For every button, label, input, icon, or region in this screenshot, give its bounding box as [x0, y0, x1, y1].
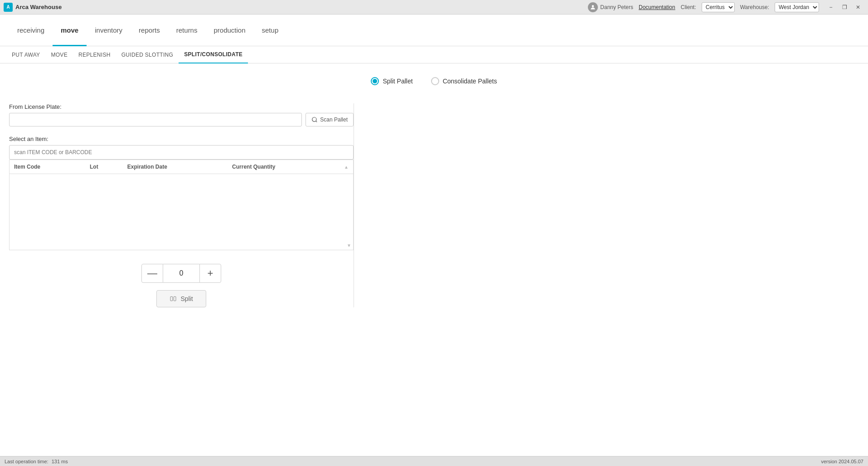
client-select[interactable]: Cerritus — [702, 2, 735, 12]
app-name: Arca Warehouse — [15, 4, 62, 10]
scan-pallet-button[interactable]: Scan Pallet — [305, 113, 354, 126]
split-icon — [170, 295, 177, 302]
sub-nav: PUT AWAY MOVE REPLENISH GUIDED SLOTTING … — [0, 46, 868, 63]
col-scroll-spacer: ▲ — [339, 160, 353, 174]
main-nav: receiving move inventory reports returns… — [0, 15, 868, 46]
increment-button[interactable]: + — [199, 264, 221, 283]
restore-button[interactable]: ❐ — [838, 2, 851, 12]
statusbar: Last operation time: 131 ms version 2024… — [0, 456, 868, 466]
col-current-qty: Current Quantity — [228, 160, 339, 174]
nav-item-receiving[interactable]: receiving — [9, 15, 53, 46]
titlebar-right: Danny Peters Documentation Client: Cerri… — [588, 2, 864, 12]
split-pallet-radio[interactable] — [371, 77, 379, 85]
col-item-code: Item Code — [10, 160, 85, 174]
from-lp-input[interactable] — [9, 113, 302, 126]
subnav-move[interactable]: MOVE — [45, 46, 73, 63]
last-op-label: Last operation time: — [5, 459, 48, 464]
documentation-link[interactable]: Documentation — [639, 4, 675, 10]
quantity-controls: — + — [9, 264, 354, 283]
user-name: Danny Peters — [600, 4, 633, 10]
app-logo-icon: A — [4, 3, 13, 12]
right-panel — [354, 103, 859, 307]
titlebar: A Arca Warehouse Danny Peters Documentat… — [0, 0, 868, 15]
subnav-split-consolidate[interactable]: SPLIT/CONSOLIDATE — [179, 46, 248, 63]
nav-item-setup[interactable]: setup — [254, 15, 287, 46]
item-table: Item Code Lot Expiration Date Current Qu… — [10, 160, 353, 174]
quantity-input[interactable] — [163, 264, 199, 283]
close-button[interactable]: ✕ — [852, 2, 864, 12]
table-header-row: Item Code Lot Expiration Date Current Qu… — [10, 160, 353, 174]
nav-item-inventory[interactable]: inventory — [87, 15, 131, 46]
select-item-section: Select an Item: Item Code Lot Expiration… — [9, 136, 354, 250]
select-item-label: Select an Item: — [9, 136, 354, 142]
last-op-value: 131 ms — [52, 459, 68, 464]
warehouse-select[interactable]: West Jordan — [775, 2, 819, 12]
left-panel: From License Plate: Scan Pallet Select a… — [9, 103, 354, 307]
subnav-replenish[interactable]: REPLENISH — [73, 46, 116, 63]
svg-rect-4 — [174, 296, 176, 301]
window-controls: − ❐ ✕ — [824, 2, 864, 12]
consolidate-pallets-option[interactable]: Consolidate Pallets — [431, 77, 497, 85]
main-layout: From License Plate: Scan Pallet Select a… — [0, 103, 868, 307]
split-button[interactable]: Split — [156, 290, 206, 307]
titlebar-left: A Arca Warehouse — [4, 3, 62, 12]
version-info: version 2024.05.07 — [821, 459, 863, 464]
warehouse-label: Warehouse: — [740, 4, 769, 10]
decrement-button[interactable]: — — [141, 264, 163, 283]
from-lp-section: From License Plate: Scan Pallet — [9, 103, 354, 126]
search-icon — [311, 116, 318, 123]
content-area: Split Pallet Consolidate Pallets From Li… — [0, 63, 868, 456]
svg-point-1 — [312, 117, 316, 121]
from-lp-label: From License Plate: — [9, 103, 354, 110]
nav-item-reports[interactable]: reports — [131, 15, 168, 46]
nav-item-production[interactable]: production — [205, 15, 253, 46]
user-info: Danny Peters — [588, 2, 633, 12]
nav-item-returns[interactable]: returns — [168, 15, 206, 46]
pallet-mode-radio-group: Split Pallet Consolidate Pallets — [371, 77, 497, 85]
consolidate-pallets-radio[interactable] — [431, 77, 439, 85]
svg-rect-3 — [170, 296, 173, 301]
split-pallet-option[interactable]: Split Pallet — [371, 77, 412, 85]
svg-point-0 — [592, 5, 594, 7]
client-label: Client: — [681, 4, 696, 10]
user-avatar-icon — [588, 2, 598, 12]
item-table-container: Item Code Lot Expiration Date Current Qu… — [9, 160, 354, 250]
col-lot: Lot — [85, 160, 123, 174]
svg-line-2 — [316, 121, 317, 122]
subnav-put-away[interactable]: PUT AWAY — [6, 46, 45, 63]
minimize-button[interactable]: − — [824, 2, 837, 12]
split-pallet-label: Split Pallet — [383, 78, 412, 85]
consolidate-pallets-label: Consolidate Pallets — [443, 78, 497, 85]
col-expiration-date: Expiration Date — [123, 160, 228, 174]
subnav-guided-slotting[interactable]: GUIDED SLOTTING — [116, 46, 179, 63]
last-operation-info: Last operation time: 131 ms — [5, 459, 68, 464]
nav-item-move[interactable]: move — [53, 15, 87, 46]
item-search-input[interactable] — [9, 145, 354, 160]
scroll-down-arrow: ▼ — [347, 243, 351, 248]
split-button-row: Split — [9, 290, 354, 307]
from-lp-input-row: Scan Pallet — [9, 113, 354, 126]
